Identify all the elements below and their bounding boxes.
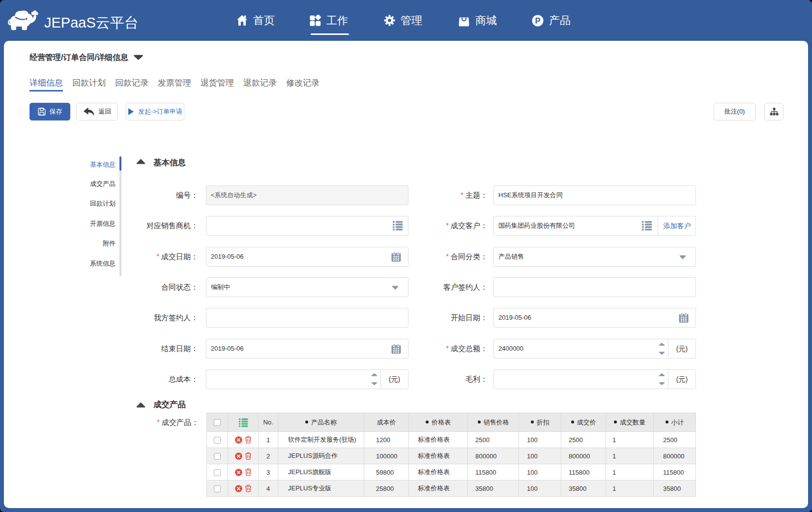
svg-text:P: P [535, 16, 540, 25]
